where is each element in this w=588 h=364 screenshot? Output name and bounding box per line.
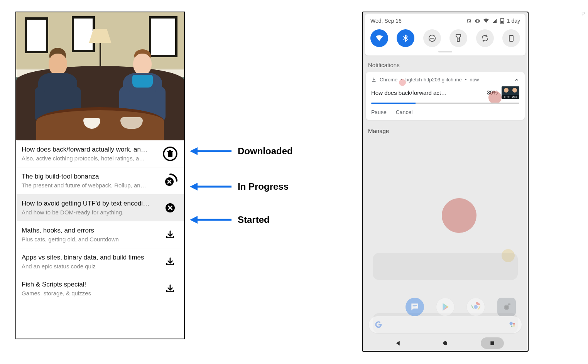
download-button[interactable] (162, 257, 179, 267)
manage-notifications-link[interactable]: Manage (368, 128, 522, 134)
episode-subtitle: And an epic status code quiz (22, 263, 157, 270)
progress-cancel-icon (162, 173, 178, 189)
qs-rotate-tile[interactable] (476, 29, 494, 47)
qs-dnd-tile[interactable] (423, 29, 441, 47)
notification-app: Chrome (380, 77, 397, 83)
svg-rect-16 (501, 21, 503, 23)
chrome-app-icon[interactable] (466, 298, 485, 316)
hero-image (16, 12, 184, 140)
download-button[interactable] (162, 230, 179, 240)
stray-letter: P (581, 11, 585, 17)
notification-pause-action[interactable]: Pause (371, 109, 387, 115)
chevron-up-icon[interactable] (514, 77, 519, 83)
pwa-episode-app: How does back/forward actually work, an…… (15, 12, 185, 339)
signal-icon (492, 18, 497, 24)
qs-wifi-tile[interactable] (370, 29, 388, 47)
dnd-icon (428, 34, 436, 42)
google-g-icon (374, 320, 383, 329)
battery-icon (509, 34, 514, 42)
triangle-back-icon (395, 340, 402, 347)
download-button[interactable] (162, 284, 179, 294)
quick-settings-panel: Wed, Sep 16 1 day (365, 14, 525, 56)
annotation-downloaded: Downloaded (189, 146, 293, 157)
list-item[interactable]: How does back/forward actually work, an…… (16, 140, 184, 167)
assistant-icon (509, 321, 516, 329)
list-item[interactable]: Fish & Scripts special! Games, storage, … (16, 275, 184, 302)
arrow-left-icon (189, 214, 232, 225)
nav-home-button[interactable] (434, 337, 457, 349)
home-dock (363, 298, 528, 316)
episode-title: Apps vs sites, binary data, and build ti… (22, 254, 157, 261)
notification-percent: 30% (487, 89, 498, 96)
arrow-left-icon (189, 146, 232, 157)
svg-rect-2 (167, 151, 173, 152)
list-item[interactable]: Apps vs sites, binary data, and build ti… (16, 248, 184, 275)
svg-marker-11 (190, 216, 198, 224)
svg-rect-20 (509, 35, 513, 41)
episode-title: Maths, hooks, and errors (22, 227, 157, 234)
download-icon (165, 284, 175, 294)
notification-progress (371, 103, 519, 104)
notification-progress-bar (371, 103, 416, 104)
flashlight-icon (455, 34, 462, 42)
svg-marker-9 (190, 183, 198, 190)
cancel-download-button[interactable] (162, 202, 179, 214)
circle-home-icon (442, 340, 449, 347)
annotation-label: Started (238, 214, 270, 225)
wifi-icon (375, 34, 384, 42)
messages-app-icon[interactable] (406, 298, 424, 316)
episode-subtitle: The present and future of webpack, Rollu… (22, 182, 157, 189)
qs-drag-handle[interactable] (438, 51, 452, 52)
battery-text: 1 day (507, 18, 520, 24)
list-item[interactable]: Maths, hooks, and errors Plus cats, gett… (16, 221, 184, 248)
arrow-left-icon (189, 181, 232, 192)
svg-point-31 (511, 325, 513, 327)
vibrate-icon (475, 18, 480, 24)
play-store-app-icon[interactable] (436, 298, 455, 316)
svg-rect-3 (169, 150, 171, 151)
annotation-started: Started (189, 214, 270, 225)
episode-title: Fish & Scripts special! (22, 281, 157, 288)
android-notification-shade: Wed, Sep 16 1 day (362, 12, 529, 352)
svg-point-28 (510, 322, 513, 325)
episode-title: How does back/forward actually work, an… (22, 146, 157, 153)
alarm-icon (466, 18, 472, 24)
notification-source: bgfetch-http203.glitch.me (406, 77, 462, 83)
notifications-section-title: Notifications (368, 62, 522, 68)
download-notification[interactable]: Chrome • bgfetch-http203.glitch.me • now… (366, 72, 525, 120)
svg-rect-15 (501, 18, 503, 19)
download-icon (165, 257, 175, 267)
cancel-download-button[interactable] (162, 173, 179, 189)
trash-icon (162, 146, 178, 162)
delete-download-button[interactable] (162, 146, 179, 162)
qs-flashlight-tile[interactable] (449, 29, 467, 47)
android-navigation-bar (363, 335, 528, 351)
list-item[interactable]: How to avoid getting UTF'd by text encod… (16, 194, 184, 221)
svg-rect-1 (168, 152, 172, 157)
nav-back-button[interactable] (387, 337, 410, 349)
svg-point-26 (505, 306, 508, 309)
annotation-label: Downloaded (238, 146, 293, 157)
svg-point-32 (443, 341, 448, 345)
qs-bluetooth-tile[interactable] (397, 29, 414, 47)
auto-rotate-icon (481, 34, 489, 42)
svg-point-19 (458, 39, 459, 39)
notification-time: now (470, 77, 479, 83)
episode-subtitle: Plus cats, getting old, and Countdown (22, 236, 157, 243)
svg-rect-27 (508, 303, 510, 305)
notification-cancel-action[interactable]: Cancel (396, 109, 413, 115)
notification-thumbnail: HTTP 203 (502, 86, 519, 99)
episode-list: How does back/forward actually work, an…… (16, 140, 184, 339)
list-item[interactable]: The big build-tool bonanza The present a… (16, 167, 184, 194)
cancel-icon (164, 202, 176, 214)
camera-app-icon[interactable] (497, 298, 516, 316)
download-icon (371, 77, 377, 83)
episode-subtitle: Games, storage, & quizzes (22, 290, 157, 297)
episode-title: The big build-tool bonanza (22, 173, 157, 180)
status-icons: 1 day (466, 18, 520, 24)
google-search-bar[interactable] (369, 316, 522, 333)
episode-title: How to avoid getting UTF'd by text encod… (22, 200, 157, 207)
nav-recents-button[interactable] (481, 337, 504, 349)
qs-battery-saver-tile[interactable] (502, 29, 520, 47)
svg-rect-13 (476, 19, 478, 23)
